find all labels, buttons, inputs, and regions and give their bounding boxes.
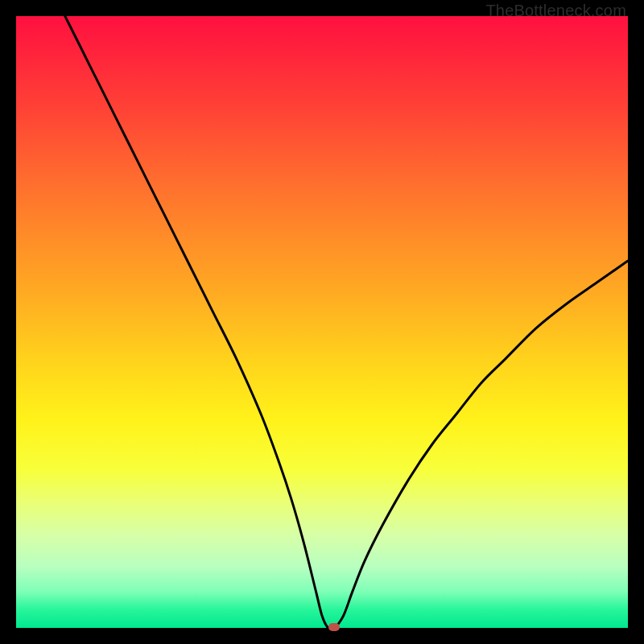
bottleneck-curve xyxy=(16,16,628,628)
optimum-marker xyxy=(328,623,340,631)
